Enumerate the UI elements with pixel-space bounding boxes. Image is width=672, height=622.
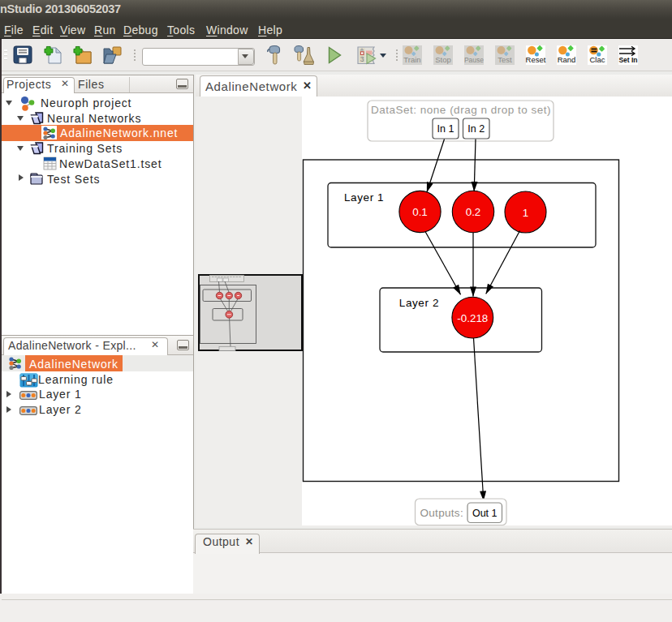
svg-text:In 2: In 2 xyxy=(467,123,485,135)
svg-text:0.1: 0.1 xyxy=(412,206,428,218)
svg-text:In 1: In 1 xyxy=(437,123,454,135)
svg-text:Layer 2: Layer 2 xyxy=(399,297,439,309)
svg-text:Out 1: Out 1 xyxy=(472,508,498,519)
svg-text:1: 1 xyxy=(523,207,528,219)
svg-text:0.2: 0.2 xyxy=(466,206,481,218)
svg-text:3: 3 xyxy=(360,55,364,63)
svg-text:DataSet: none (drag n drop to: DataSet: none (drag n drop to set) xyxy=(371,104,551,116)
svg-text:-0.218: -0.218 xyxy=(457,312,488,324)
svg-text:Outputs:: Outputs: xyxy=(420,507,463,519)
svg-text:Layer 1: Layer 1 xyxy=(344,191,384,204)
